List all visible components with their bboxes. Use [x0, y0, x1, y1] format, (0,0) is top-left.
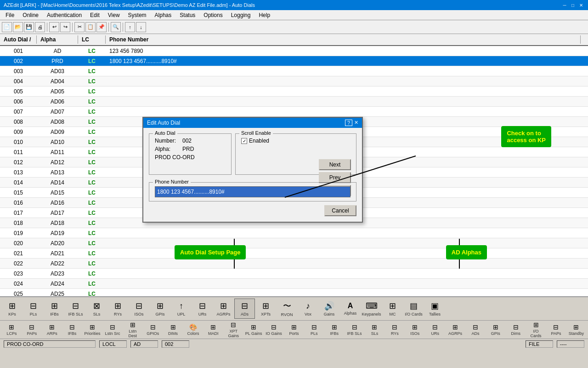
tb2-io-cards2[interactable]: ⊞ I/O Cards [526, 322, 546, 338]
tb2-ifbs2[interactable]: ⊞ IFBs [324, 322, 344, 338]
tb1-rvon[interactable]: 〜 RVON [277, 299, 297, 319]
toolbar-search[interactable]: 🔍 [111, 22, 121, 32]
tb2-ifbs[interactable]: ⊟ IFBs [62, 322, 82, 338]
toolbar-upload[interactable]: ↑ [125, 22, 135, 32]
tb2-standby[interactable]: ⊞ Standby [566, 322, 586, 338]
tb2-sls2[interactable]: ⊞ SLs [365, 322, 384, 338]
menu-system[interactable]: System [124, 11, 150, 19]
tb2-dims[interactable]: ⊞ DIMs [163, 322, 183, 338]
table-row[interactable]: 020 AD20 LC [0, 238, 588, 248]
tb2-pls[interactable]: ⊟ PLs [304, 322, 324, 338]
tb2-madi[interactable]: ⊞ MADI [204, 322, 223, 338]
tb2-ads2[interactable]: ⊟ ADs [465, 322, 485, 338]
table-row[interactable]: 005 AD05 LC [0, 86, 588, 97]
tb2-xpt-gains[interactable]: ⊟ XPT Gains [224, 322, 243, 338]
tb2-colors[interactable]: 🎨 Colors [183, 322, 203, 338]
tb2-urs2[interactable]: ⊟ URs [425, 322, 445, 338]
table-row[interactable]: 024 AD24 LC [0, 279, 588, 289]
tb1-ads[interactable]: ⊟ ADs [234, 299, 255, 319]
tb2-lstn-dest[interactable]: ⊞ Lstn Dest [123, 322, 142, 338]
table-row[interactable]: 025 AD25 LC [0, 289, 588, 296]
menu-authentication[interactable]: Authentication [43, 11, 85, 19]
cell-num: 002 [0, 57, 37, 65]
tb2-isos2[interactable]: ⊞ ISOs [405, 322, 425, 338]
toolbar-copy[interactable]: 📋 [85, 22, 96, 32]
table-row[interactable]: 006 AD06 LC [0, 97, 588, 107]
tb1-kps[interactable]: ⊞ KPs [2, 299, 23, 319]
menu-file[interactable]: File [2, 11, 18, 19]
minimize-button[interactable]: ─ [561, 2, 568, 8]
tb1-gpis[interactable]: ⊞ GPIs [150, 299, 170, 319]
menu-view[interactable]: View [104, 11, 124, 19]
table-row[interactable]: 022 AD22 LC [0, 259, 588, 269]
maximize-button[interactable]: □ [570, 2, 576, 8]
table-row[interactable]: 002 PRD LC 1800 123 4567..........8910# [0, 56, 588, 66]
next-button[interactable]: Next [319, 159, 351, 170]
dialog-close-button[interactable]: ✕ [354, 120, 358, 126]
toolbar-undo[interactable]: ↩ [49, 22, 59, 32]
tb2-ports[interactable]: ⊞ Ports [284, 322, 304, 338]
tb2-ifb-sls2[interactable]: ⊟ IFB SLs [345, 322, 364, 338]
tb2-arps[interactable]: ⊞ ARPs [42, 322, 62, 338]
table-row[interactable]: 023 AD23 LC [0, 269, 588, 279]
tb1-keypanels[interactable]: ⌨ Keypanels [361, 299, 382, 319]
tb1-upl[interactable]: ↑ UPL [171, 299, 192, 319]
menu-options[interactable]: Options [200, 11, 226, 19]
tb2-lcps[interactable]: ⊞ LCPs [2, 322, 22, 338]
table-row[interactable]: 007 AD07 LC [0, 107, 588, 117]
toolbar-save[interactable]: 💾 [24, 22, 34, 32]
menu-edit[interactable]: Edit [86, 11, 103, 19]
tb2-paps[interactable]: ⊟ PAPs [22, 322, 42, 338]
toolbar-paste[interactable]: 📌 [96, 22, 107, 32]
tb2-rys2[interactable]: ⊟ RYs [385, 322, 405, 338]
phone-number-input[interactable] [155, 186, 351, 197]
menu-help[interactable]: Help [255, 11, 274, 19]
tb1-mc[interactable]: ⊞ MC [382, 299, 403, 319]
menu-alphas[interactable]: Alphas [151, 11, 175, 19]
enabled-checkbox[interactable]: ✓ [241, 138, 247, 144]
tb1-ifbs[interactable]: ⊞ IFBs [44, 299, 65, 319]
tb1-ifb-sls[interactable]: ⊟ IFB SLs [65, 299, 86, 319]
cell-alpha: AD07 [37, 108, 78, 116]
tb2-priorities[interactable]: ⊞ Priorities [83, 322, 102, 338]
tb2-paps2[interactable]: ⊟ PAPs [546, 322, 566, 338]
tb2-gpios[interactable]: ⊟ GPIOs [143, 322, 163, 338]
tb2-io-gains[interactable]: ⊟ IO Gains [264, 322, 284, 338]
tb1-xpts[interactable]: ⊞ XPTs [255, 299, 276, 319]
tb1-agrps[interactable]: ⊞ AGRPs [213, 299, 234, 319]
tb2-agrps2[interactable]: ⊞ AGRPs [446, 322, 465, 338]
tb1-tallies[interactable]: ▣ Tallies [424, 299, 445, 319]
tb2-pl-gains[interactable]: ⊞ PL Gains [244, 322, 264, 338]
toolbar-open[interactable]: 📂 [13, 22, 23, 32]
cancel-button[interactable]: Cancel [324, 205, 356, 216]
tb1-io-cards[interactable]: ▤ I/O Cards [403, 299, 424, 319]
table-row[interactable]: 004 AD04 LC [0, 76, 588, 86]
tb1-isos[interactable]: ⊟ ISOs [129, 299, 149, 319]
prev-button[interactable]: Prev [319, 172, 351, 183]
toolbar-cut[interactable]: ✂ [74, 22, 85, 32]
tb2-dims2[interactable]: ⊟ Dims [506, 322, 526, 338]
tb1-vox[interactable]: ♪ Vox [298, 299, 318, 319]
tb1-sls[interactable]: ⊠ SLs [86, 299, 107, 319]
tb1-gains[interactable]: 🔊 Gains [319, 299, 339, 319]
menu-logging[interactable]: Logging [227, 11, 254, 19]
table-row[interactable]: 003 AD03 LC [0, 66, 588, 76]
tb1-urs[interactable]: ⊟ URs [192, 299, 213, 319]
tb1-rys[interactable]: ⊞ RYs [107, 299, 128, 319]
dialog-help-button[interactable]: ? [345, 120, 352, 126]
table-row[interactable]: 019 AD19 LC [0, 228, 588, 238]
toolbar-redo[interactable]: ↪ [60, 22, 70, 32]
table-row[interactable]: 001 AD LC 123 456 7890 [0, 46, 588, 56]
toolbar-print[interactable]: 🖨 [35, 22, 45, 32]
tb1-alphas[interactable]: A Alphas [340, 299, 361, 319]
toolbar-new[interactable]: 📄 [2, 22, 12, 32]
toolbar-download[interactable]: ↓ [136, 22, 146, 32]
menu-status[interactable]: Status [176, 11, 199, 19]
ads2-icon: ⊟ [473, 323, 478, 331]
tb2-gpis2[interactable]: ⊞ GPIs [486, 322, 505, 338]
table-row[interactable]: 021 AD21 LC [0, 248, 588, 259]
close-button[interactable]: ✕ [578, 2, 584, 8]
menu-online[interactable]: Online [19, 11, 42, 19]
tb2-lstn-src[interactable]: ⊟ Lstn Src [102, 322, 122, 338]
tb1-pls[interactable]: ⊟ PLs [23, 299, 44, 319]
